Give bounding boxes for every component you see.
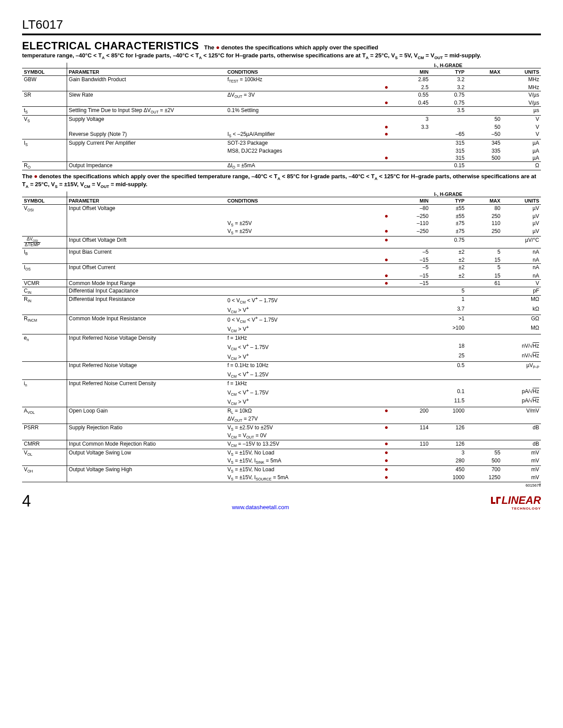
- table-row: ●–250±55250µV: [22, 213, 541, 220]
- hdr-units: UNITS: [502, 68, 541, 75]
- table-row: RINCMCommon Mode Input Resistance0 < VCM…: [22, 315, 541, 324]
- table-row: VOLOutput Voltage Swing LowVS = ±15V, No…: [22, 449, 541, 457]
- bullet-icon: ●: [385, 473, 388, 480]
- table-row: VSSupply Voltage350V: [22, 115, 541, 124]
- section-note-block: temperature range, –40°C < TA < 85°C for…: [22, 52, 541, 60]
- table-row: tSSettling Time Due to Input Step ΔVOUT …: [22, 107, 541, 115]
- hdr-parameter: PARAMETER: [67, 68, 226, 75]
- bullet-icon: ●: [385, 256, 388, 263]
- grade-label: I-, H-GRADE: [394, 63, 502, 68]
- bullet-icon: ●: [385, 465, 388, 473]
- bullet-icon: ●: [385, 279, 388, 286]
- spec-table-1: I-, H-GRADE SYMBOL PARAMETER CONDITIONS …: [22, 63, 541, 171]
- table-row: VCM > V+11.5pA/√Hz: [22, 397, 541, 407]
- table-row: VS = ±25V●–250±75250µV: [22, 228, 541, 236]
- table-row: ●3.350V: [22, 124, 541, 131]
- table-row: VCM > V+3.7kΩ: [22, 305, 541, 315]
- table-row: IOSInput Offset Current–5±25nA: [22, 264, 541, 272]
- bullet-icon: ●: [385, 99, 388, 106]
- hdr-typ: TYP: [430, 197, 466, 204]
- table-row: IBInput Bias Current–5±25nA: [22, 248, 541, 256]
- table-row: inInput Referred Noise Current Densityf …: [22, 379, 541, 388]
- footer-link[interactable]: www.datasheetall.com: [31, 504, 490, 510]
- table-row: VCM > V+>100MΩ: [22, 324, 541, 334]
- table-row: VOHOutput Voltage Swing HighVS = ±15V, N…: [22, 465, 541, 474]
- table-row: VS = ±15V, ISOURCE = 5mA●10001250mV: [22, 474, 541, 482]
- table-row: ●–15±215nA: [22, 272, 541, 280]
- table-row: Input Referred Noise Voltagef = 0.1Hz to…: [22, 361, 541, 370]
- bullet-icon: ●: [385, 424, 388, 431]
- grade-label: I-, H-GRADE: [394, 191, 502, 197]
- section-header: ELECTRICAL CHARACTERISTICS The ● denotes…: [22, 40, 541, 52]
- table-row: ΔVOSIΔTEMPInput Offset Voltage Drift●0.7…: [22, 236, 541, 248]
- footer: 4 www.datasheetall.com LINEAR TECHNOLOGY: [22, 492, 541, 510]
- table-row: ●2.53.2MHz: [22, 84, 541, 91]
- hdr-min: MIN: [394, 68, 430, 75]
- hdr-units: UNITS: [502, 197, 541, 204]
- hdr-max: MAX: [466, 68, 502, 75]
- hdr-max: MAX: [466, 197, 502, 204]
- bullet-icon: ●: [385, 440, 388, 447]
- table-row: ISSupply Current Per AmplifierSOT-23 Pac…: [22, 139, 541, 147]
- table-row: CMRRInput Common Mode Rejection RatioVCM…: [22, 440, 541, 449]
- hdr-conditions: CONDITIONS: [226, 197, 378, 204]
- table-row: ΔVOUT = 27V: [22, 415, 541, 424]
- section-note-inline: The ● denotes the specifications which a…: [201, 44, 378, 51]
- table-row: GBWGain Bandwidth ProductfTEST = 100kHz2…: [22, 75, 541, 84]
- table-row: AVOLOpen Loop GainRL = 10kΩ●2001000V/mV: [22, 407, 541, 415]
- hdr-symbol: SYMBOL: [22, 68, 67, 75]
- bullet-icon: ●: [385, 236, 388, 243]
- bullet-icon: ●: [385, 449, 388, 456]
- bullet-icon: ●: [385, 83, 388, 90]
- hdr-typ: TYP: [430, 68, 466, 75]
- hdr-parameter: PARAMETER: [67, 197, 226, 204]
- table-row: RINDifferential Input Resistance0 < VCM …: [22, 296, 541, 305]
- table-row: ●315500µA: [22, 154, 541, 162]
- table-row: VCM = VOUT = 0V: [22, 432, 541, 440]
- table-row: VCM < V+ – 1.75V18nV/√Hz: [22, 342, 541, 352]
- linear-logo: LINEAR TECHNOLOGY: [490, 494, 541, 510]
- bullet-icon: ●: [385, 227, 388, 234]
- mid-note: The ● denotes the specifications which a…: [22, 173, 541, 188]
- bullet-icon: ●: [385, 130, 388, 137]
- table-row: VCM > V+25nV/√Hz: [22, 352, 541, 362]
- bullet-icon: ●: [385, 407, 388, 414]
- part-number: LT6017: [22, 18, 541, 35]
- table-row: ●0.450.75V/µs: [22, 99, 541, 107]
- table-row: PSRRSupply Rejection RatioVS = ±2.5V to …: [22, 424, 541, 432]
- bullet-icon: ●: [385, 457, 388, 464]
- bullet-icon: ●: [385, 154, 388, 161]
- table-row: VCM < V+ – 1.75V0.1pA/√Hz: [22, 388, 541, 397]
- table-row: ROOutput ImpedanceΔIO = ±5mA0.15Ω: [22, 161, 541, 170]
- page-number: 4: [22, 492, 31, 510]
- table-row: VS = ±25V–110±75110µV: [22, 220, 541, 228]
- hdr-conditions: CONDITIONS: [226, 68, 378, 75]
- table-row: Reverse Supply (Note 7)IS < –25µA/Amplif…: [22, 131, 541, 139]
- section-title: ELECTRICAL CHARACTERISTICS: [22, 40, 199, 52]
- table-row: CINDifferential Input Capacitance5pF: [22, 287, 541, 295]
- doc-id: 601567ff: [22, 483, 541, 488]
- hdr-symbol: SYMBOL: [22, 197, 67, 204]
- spec-table-2: I-, H-GRADE SYMBOL PARAMETER CONDITIONS …: [22, 191, 541, 483]
- table-row: enInput Referred Noise Voltage Densityf …: [22, 334, 541, 342]
- table-row: MS8, DJC22 Packages315335µA: [22, 147, 541, 154]
- bullet-icon: ●: [385, 272, 388, 279]
- bullet-icon: ●: [385, 123, 388, 130]
- table-row: VCMRCommon Mode Input Range●–1561V: [22, 279, 541, 287]
- table-row: VCM < V+ – 1.25V: [22, 370, 541, 379]
- hdr-min: MIN: [394, 197, 430, 204]
- table-row: ●–15±215nA: [22, 256, 541, 264]
- table-row: VS = ±15V, ISINK = 5mA●280500mV: [22, 457, 541, 465]
- table-row: SRSlew RateΔVOUT = 3V0.550.75V/µs: [22, 91, 541, 99]
- table-row: VOSIInput Offset Voltage–80±5580µV: [22, 204, 541, 213]
- bullet-icon: ●: [385, 212, 388, 219]
